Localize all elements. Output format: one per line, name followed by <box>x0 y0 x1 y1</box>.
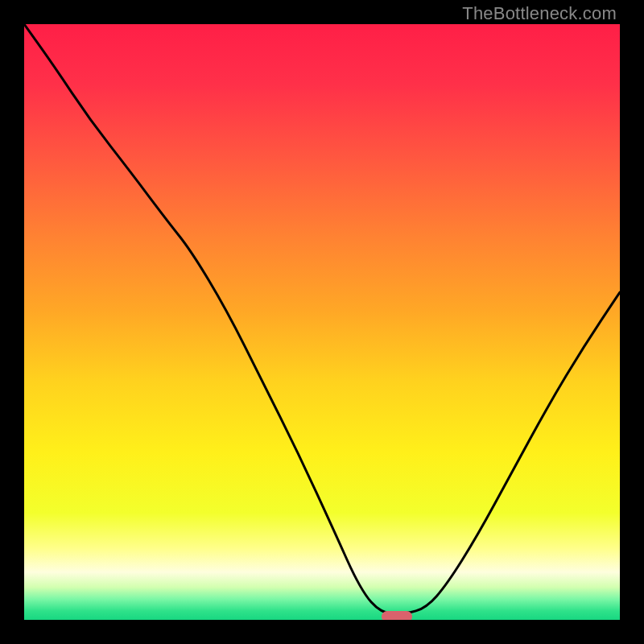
watermark-text: TheBottleneck.com <box>462 3 617 24</box>
optimum-marker <box>382 611 412 620</box>
chart-frame: TheBottleneck.com <box>0 0 644 644</box>
plot-area <box>24 24 620 620</box>
bottleneck-curve <box>24 24 620 620</box>
